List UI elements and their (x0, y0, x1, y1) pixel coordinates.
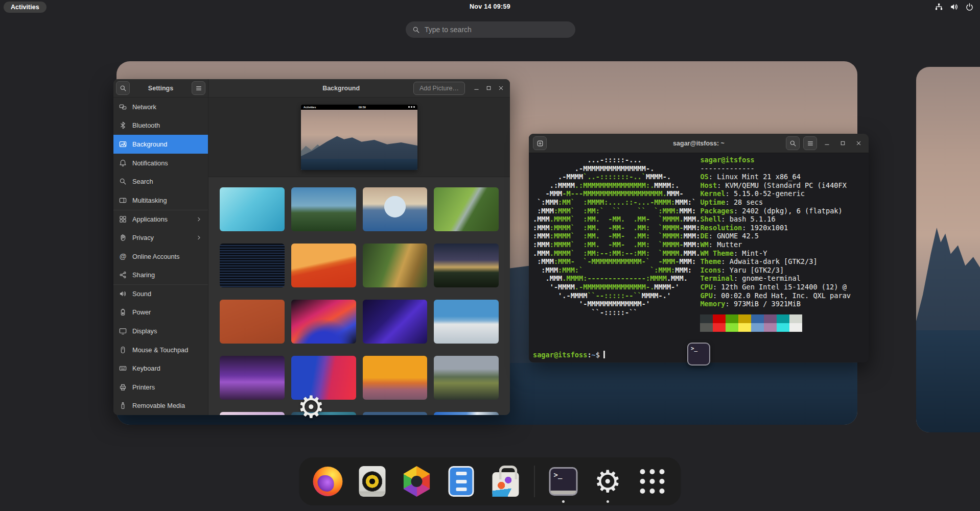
terminal-menu-button[interactable] (803, 136, 817, 150)
sidebar-item-printers[interactable]: Printers (113, 378, 208, 397)
sidebar-item-label: Privacy (132, 234, 154, 241)
settings-search-button[interactable] (116, 81, 130, 95)
palette-swatch (751, 314, 764, 323)
activities-button[interactable]: Activities (4, 2, 46, 13)
dock-item-settings[interactable]: ⚙ (592, 465, 624, 498)
sidebar-item-notifications[interactable]: Notifications (113, 154, 208, 173)
sidebar-item-label: Printers (132, 383, 155, 391)
wallpaper-thumb-teal-triangles[interactable] (220, 187, 285, 231)
terminal-cursor (603, 351, 605, 358)
palette-swatch (764, 314, 777, 323)
terminal-icon: >_ (549, 467, 578, 496)
wallpaper-thumb-orange-dune[interactable] (291, 244, 356, 287)
sidebar-item-mouse-touchpad[interactable]: Mouse & Touchpad (113, 340, 208, 359)
sidebar-item-label: Keyboard (132, 364, 160, 372)
sidebar-item-label: Power (132, 308, 151, 316)
palette-swatch (713, 323, 726, 332)
settings-menu-button[interactable] (192, 81, 205, 95)
workspace-preview-next[interactable] (916, 67, 980, 432)
network-icon (119, 103, 127, 111)
wallpaper-thumb-forest-road[interactable] (434, 187, 499, 231)
system-tray[interactable] (935, 3, 974, 11)
current-wallpaper-preview[interactable]: Activities 09:59 (301, 105, 417, 170)
search-input[interactable] (425, 26, 569, 34)
sidebar-item-displays[interactable]: Displays (113, 322, 208, 340)
sidebar-item-online-accounts[interactable]: @Online Accounts (113, 247, 208, 266)
wallpaper-thumb-fluid-swirl[interactable] (291, 300, 356, 344)
wallpaper-thumb-green-hills[interactable] (291, 187, 356, 231)
wallpaper-thumb-glass-sphere[interactable] (363, 187, 428, 231)
sidebar-item-label: Background (132, 140, 167, 148)
dock-item-files[interactable] (446, 465, 477, 498)
terminal-window[interactable]: sagar@itsfoss: ~ ...-:::::-... .-MMMMMMM… (529, 134, 869, 362)
wallpaper-thumb-palm-sunset[interactable] (363, 356, 428, 400)
wallpaper-thumb-night-tree[interactable] (434, 244, 499, 287)
sidebar-item-privacy[interactable]: Privacy (113, 228, 208, 247)
close-button[interactable] (495, 82, 507, 94)
wallpaper-thumb-tennis-court[interactable] (220, 300, 285, 344)
dock-item-terminal[interactable]: >_ (548, 465, 579, 498)
terminal-header-controls (786, 136, 865, 150)
palette-swatch (738, 323, 751, 332)
wallpaper-thumb-sea-terrace[interactable] (434, 300, 499, 344)
clock[interactable]: Nov 14 09:59 (470, 3, 510, 10)
sidebar-item-multitasking[interactable]: Multitasking (113, 191, 208, 210)
notifications-icon (119, 159, 127, 167)
wallpaper-thumb-mountain-road[interactable] (434, 356, 499, 400)
search-icon (412, 26, 420, 34)
sound-icon (119, 290, 127, 298)
terminal-header: sagar@itsfoss: ~ (529, 134, 869, 153)
dock-item-app-grid[interactable] (637, 465, 668, 498)
wallpaper-thumb-supertrees[interactable] (220, 356, 285, 400)
sidebar-item-applications[interactable]: Applications (113, 210, 208, 229)
terminal-minimize-button[interactable] (821, 137, 833, 150)
sidebar-item-label: Network (132, 103, 156, 111)
palette-swatch (764, 323, 777, 332)
chevron-right-icon (196, 216, 202, 223)
wallpaper-thumb-sky-clouds[interactable] (434, 412, 499, 415)
settings-body: NetworkBluetoothBackgroundNotificationsS… (113, 98, 510, 415)
terminal-maximize-button[interactable] (836, 137, 849, 150)
wallpaper-valley (301, 159, 417, 170)
mini-clock: 09:59 (359, 106, 366, 109)
sidebar-item-power[interactable]: Power (113, 303, 208, 322)
dock-item-photos[interactable] (401, 465, 433, 498)
wallpaper-thumb-forest-path[interactable] (363, 244, 428, 287)
terminal-close-button[interactable] (852, 137, 865, 150)
sidebar-item-search[interactable]: Search (113, 172, 208, 191)
terminal-app-icon[interactable]: >_ (687, 343, 710, 366)
sidebar-item-network[interactable]: Network (113, 98, 208, 116)
sidebar-item-sound[interactable]: Sound (113, 284, 208, 303)
search-bar[interactable] (406, 21, 575, 38)
terminal-search-button[interactable] (786, 136, 800, 150)
sidebar-item-bluetooth[interactable]: Bluetooth (113, 116, 208, 135)
network-wired-icon (935, 3, 943, 11)
sidebar-item-background[interactable]: Background (113, 135, 208, 154)
palette-swatch (777, 323, 789, 332)
dock-item-firefox[interactable] (312, 465, 344, 498)
settings-app-icon[interactable]: ⚙ (295, 391, 328, 423)
new-tab-button[interactable] (533, 136, 547, 150)
wallpaper-thumb-blue-seascape[interactable] (363, 412, 428, 415)
sidebar-item-label: Multitasking (132, 197, 167, 204)
wallpaper-thumb-purple-waves[interactable] (363, 300, 428, 344)
settings-icon: ⚙ (594, 466, 622, 497)
settings-window[interactable]: Settings Background Add Picture… Network… (113, 79, 510, 415)
sidebar-item-keyboard[interactable]: Keyboard (113, 359, 208, 378)
maximize-button[interactable] (482, 82, 495, 94)
terminal-body[interactable]: ...-:::::-... .-MMMMMMMMMMMMMMM-. .-MMMM… (529, 153, 869, 362)
palette-swatch (726, 323, 738, 332)
palette-swatch (713, 314, 726, 323)
wallpaper-thumb-pink-abstract[interactable] (220, 412, 285, 415)
dock-item-rhythmbox[interactable] (357, 465, 388, 498)
wallpaper-thumb-dark-lines[interactable] (220, 244, 285, 287)
sidebar-item-removable-media[interactable]: Removable Media (113, 397, 208, 416)
minimize-button[interactable] (470, 82, 482, 94)
palette-swatch (777, 314, 789, 323)
dock-item-software[interactable] (490, 465, 522, 498)
palette-swatch (738, 314, 751, 323)
sidebar-item-sharing[interactable]: Sharing (113, 265, 208, 284)
mouse-icon (119, 346, 127, 354)
add-picture-button[interactable]: Add Picture… (413, 82, 465, 95)
palette-swatch (726, 314, 738, 323)
